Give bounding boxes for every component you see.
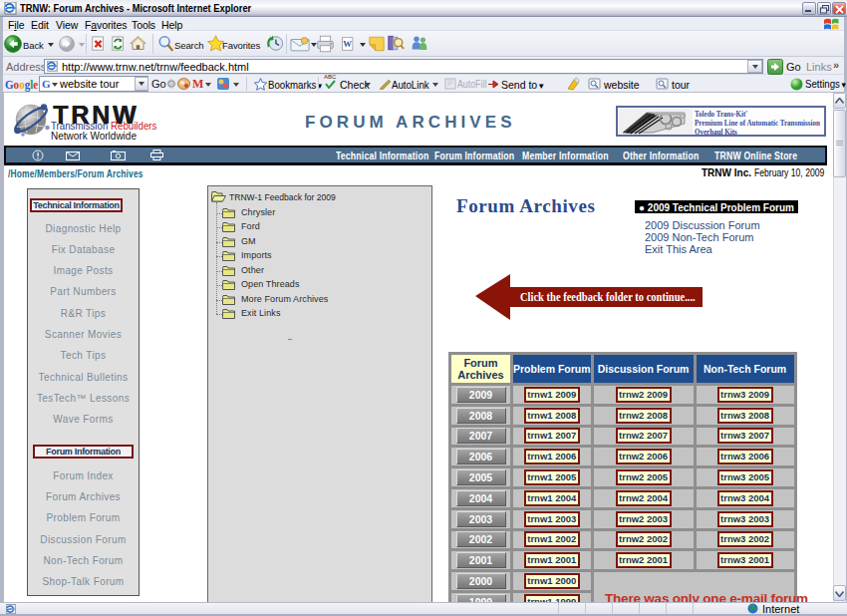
svg-text:W: W bbox=[343, 39, 352, 49]
